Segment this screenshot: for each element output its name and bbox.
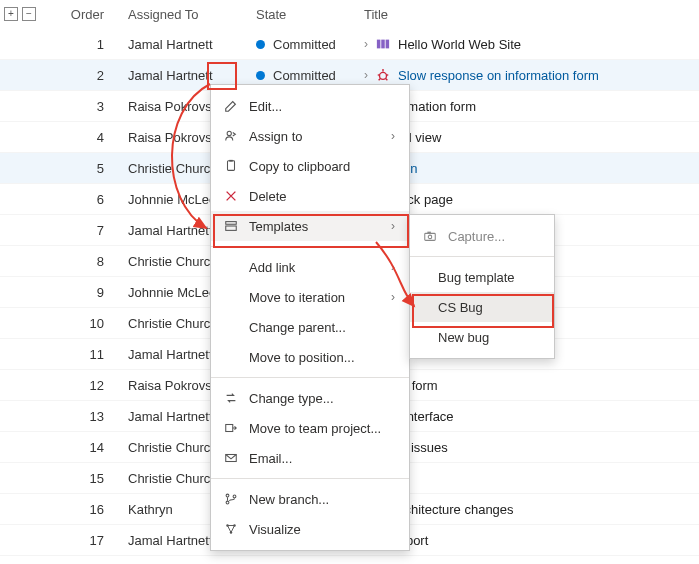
order-cell: 5 bbox=[38, 161, 128, 176]
order-cell: 4 bbox=[38, 130, 128, 145]
templates-submenu: Capture...Bug templateCS BugNew bug bbox=[409, 214, 555, 359]
assign-icon bbox=[223, 129, 239, 143]
svg-point-26 bbox=[226, 501, 229, 504]
menu-item-change-type[interactable]: Change type... bbox=[211, 383, 409, 413]
work-item-title: Hello World Web Site bbox=[398, 37, 521, 52]
svg-line-11 bbox=[386, 79, 388, 81]
svg-rect-21 bbox=[226, 222, 237, 225]
svg-rect-22 bbox=[226, 226, 237, 230]
svg-line-10 bbox=[379, 79, 381, 81]
column-state[interactable]: State bbox=[256, 7, 364, 22]
menu-item-new-branch[interactable]: New branch... bbox=[211, 484, 409, 514]
branch-icon bbox=[223, 492, 239, 506]
submenu-item-bug-template[interactable]: Bug template bbox=[410, 262, 554, 292]
column-header-row: + − Order Assigned To State Title bbox=[0, 0, 699, 29]
move-icon bbox=[223, 421, 239, 435]
svg-point-27 bbox=[233, 495, 236, 498]
svg-rect-2 bbox=[386, 40, 390, 49]
svg-point-6 bbox=[380, 72, 387, 79]
svg-rect-1 bbox=[381, 40, 385, 49]
table-row[interactable]: 1Jamal HartnettCommitted›Hello World Web… bbox=[0, 29, 699, 60]
svg-rect-20 bbox=[229, 160, 233, 162]
menu-item-templates[interactable]: Templates› bbox=[211, 211, 409, 241]
context-menu: Edit...Assign to›Copy to clipboardDelete… bbox=[210, 84, 410, 551]
change-icon bbox=[223, 391, 239, 405]
order-cell: 7 bbox=[38, 223, 128, 238]
submenu-item-capture[interactable]: Capture... bbox=[410, 221, 554, 251]
chevron-right-icon: › bbox=[391, 219, 395, 233]
menu-item-email[interactable]: Email... bbox=[211, 443, 409, 473]
order-cell: 14 bbox=[38, 440, 128, 455]
expand-all-icon[interactable]: + bbox=[4, 7, 18, 21]
column-title[interactable]: Title bbox=[364, 7, 699, 22]
templates-icon bbox=[223, 219, 239, 233]
order-cell: 13 bbox=[38, 409, 128, 424]
svg-rect-33 bbox=[427, 232, 431, 234]
order-cell: 6 bbox=[38, 192, 128, 207]
edit-icon bbox=[223, 99, 239, 113]
state-dot-icon bbox=[256, 40, 265, 49]
email-icon bbox=[223, 451, 239, 465]
submenu-item-cs-bug[interactable]: CS Bug bbox=[410, 292, 554, 322]
chevron-right-icon: › bbox=[391, 129, 395, 143]
chevron-right-icon: › bbox=[391, 290, 395, 304]
menu-item-visualize[interactable]: Visualize bbox=[211, 514, 409, 544]
state-dot-icon bbox=[256, 71, 265, 80]
order-cell: 1 bbox=[38, 37, 128, 52]
order-cell: 16 bbox=[38, 502, 128, 517]
work-item-title[interactable]: Slow response on information form bbox=[398, 68, 599, 83]
menu-item-copy-to-clipboard[interactable]: Copy to clipboard bbox=[211, 151, 409, 181]
order-cell: 11 bbox=[38, 347, 128, 362]
svg-rect-0 bbox=[377, 40, 381, 49]
svg-rect-19 bbox=[228, 161, 235, 171]
chevron-right-icon: › bbox=[364, 37, 368, 51]
menu-item-change-parent[interactable]: Change parent... bbox=[211, 312, 409, 342]
menu-item-assign-to[interactable]: Assign to› bbox=[211, 121, 409, 151]
column-order[interactable]: Order bbox=[38, 7, 128, 22]
menu-item-add-link[interactable]: Add link› bbox=[211, 252, 409, 282]
assigned-cell: Jamal Hartnett bbox=[128, 68, 256, 83]
svg-rect-23 bbox=[226, 425, 233, 432]
svg-point-32 bbox=[428, 235, 432, 239]
column-assigned[interactable]: Assigned To bbox=[128, 7, 256, 22]
order-cell: 15 bbox=[38, 471, 128, 486]
delete-icon bbox=[223, 189, 239, 203]
order-cell: 17 bbox=[38, 533, 128, 548]
menu-item-edit[interactable]: Edit... bbox=[211, 91, 409, 121]
assigned-cell: Jamal Hartnett bbox=[128, 37, 256, 52]
visualize-icon bbox=[223, 522, 239, 536]
menu-item-move-to-iteration[interactable]: Move to iteration› bbox=[211, 282, 409, 312]
collapse-all-icon[interactable]: − bbox=[22, 7, 36, 21]
chevron-right-icon: › bbox=[364, 68, 368, 82]
menu-item-delete[interactable]: Delete bbox=[211, 181, 409, 211]
state-cell: Committed bbox=[256, 68, 364, 83]
copy-icon bbox=[223, 159, 239, 173]
table-row[interactable]: 18Jamal HartnettCommitted›Check service … bbox=[0, 556, 699, 564]
chevron-right-icon: › bbox=[391, 260, 395, 274]
order-cell: 8 bbox=[38, 254, 128, 269]
svg-point-25 bbox=[226, 494, 229, 497]
order-cell: 12 bbox=[38, 378, 128, 393]
order-cell: 2 bbox=[38, 68, 128, 83]
state-cell: Committed bbox=[256, 37, 364, 52]
camera-icon bbox=[422, 229, 438, 243]
menu-item-move-to-team-project[interactable]: Move to team project... bbox=[211, 413, 409, 443]
submenu-item-new-bug[interactable]: New bug bbox=[410, 322, 554, 352]
order-cell: 9 bbox=[38, 285, 128, 300]
menu-item-move-to-position[interactable]: Move to position... bbox=[211, 342, 409, 372]
order-cell: 3 bbox=[38, 99, 128, 114]
svg-point-18 bbox=[227, 131, 231, 135]
svg-rect-31 bbox=[425, 233, 436, 240]
order-cell: 10 bbox=[38, 316, 128, 331]
